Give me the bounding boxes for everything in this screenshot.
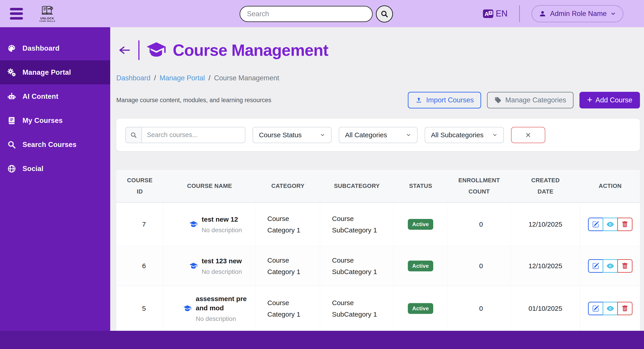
page-subheader: Manage course content, modules, and lear… — [116, 91, 640, 109]
breadcrumb: Dashboard / Manage Portal / Course Manag… — [116, 74, 640, 82]
action-cell — [580, 202, 640, 246]
palette-icon — [7, 44, 16, 53]
subcategory-cell: Course SubCategory 1 — [320, 246, 394, 286]
profile-name: Admin Role Name — [550, 10, 607, 18]
sidebar-item-social[interactable]: Social — [0, 156, 110, 181]
chevron-down-icon — [610, 11, 616, 17]
column-header-subcategory: SUBCATEGORY — [320, 170, 394, 202]
language-switcher[interactable]: A EN — [483, 9, 508, 18]
column-header-course-id: COURSE ID — [116, 170, 163, 202]
course-name: test new 12 — [202, 215, 242, 224]
course-search — [125, 127, 246, 143]
sidebar-item-label: My Courses — [22, 116, 63, 125]
chevron-down-icon — [406, 132, 411, 138]
column-header-course-name: COURSE NAME — [163, 170, 256, 202]
sidebar-item-manage-portal[interactable]: Manage Portal — [0, 60, 110, 84]
created-date-cell: 01/10/2025 — [510, 286, 580, 331]
translate-icon: A — [483, 9, 494, 18]
category-cell: Course Category 1 — [256, 202, 320, 246]
column-header-status: STATUS — [394, 170, 448, 202]
robot-icon — [7, 92, 16, 101]
course-description: No description — [202, 226, 242, 234]
created-date-cell: 12/10/2025 — [510, 202, 580, 246]
category-cell: Course Category 1 — [256, 286, 320, 331]
graduation-cap-icon — [189, 221, 198, 228]
book-icon — [7, 116, 16, 125]
header-divider — [519, 6, 520, 22]
sidebar-item-label: Social — [22, 165, 44, 173]
sidebar-item-search-courses[interactable]: Search Courses — [0, 132, 110, 156]
subcategory-dropdown[interactable]: All Subcategories — [425, 127, 504, 143]
course-description: No description — [202, 268, 242, 276]
course-id-cell: 6 — [116, 246, 163, 286]
course-status-value: Course Status — [259, 131, 302, 139]
logo-book-key-icon — [41, 5, 54, 16]
course-description: No description — [196, 315, 248, 322]
user-icon — [539, 10, 546, 18]
sidebar-item-ai-content[interactable]: AI Content — [0, 84, 110, 108]
category-dropdown[interactable]: All Categories — [339, 127, 418, 143]
app-logo[interactable]: UNLOCK YOUR SKILLS — [34, 5, 61, 22]
breadcrumb-separator: / — [208, 74, 210, 82]
view-button[interactable] — [602, 259, 618, 273]
global-search-button[interactable] — [376, 6, 393, 22]
search-icon — [380, 10, 389, 18]
status-cell: Active — [394, 202, 448, 246]
chevron-down-icon — [492, 132, 498, 138]
created-date-cell: 12/10/2025 — [510, 246, 580, 286]
course-search-input[interactable] — [142, 127, 246, 143]
back-arrow-icon[interactable] — [118, 46, 130, 55]
course-name-cell: test new 12 No description — [163, 202, 256, 246]
graduation-cap-icon — [189, 262, 198, 270]
sidebar-item-my-courses[interactable]: My Courses — [0, 108, 110, 132]
column-header-category: CATEGORY — [256, 170, 320, 202]
column-header-action: ACTION — [580, 170, 640, 202]
page-title: Course Management — [173, 41, 328, 60]
search-icon — [125, 127, 142, 143]
top-header: UNLOCK YOUR SKILLS A EN — [0, 0, 644, 27]
add-course-button[interactable]: + Add Course — [580, 92, 640, 108]
action-cell — [580, 246, 640, 286]
column-header-enrollment-count: ENROLLMENT COUNT — [448, 170, 510, 202]
course-id-cell: 7 — [116, 202, 163, 246]
view-button[interactable] — [602, 218, 618, 231]
category-value: All Categories — [345, 131, 387, 139]
enrollment-count-cell: 0 — [448, 286, 510, 331]
course-status-dropdown[interactable]: Course Status — [252, 127, 332, 143]
page-description: Manage course content, modules, and lear… — [116, 97, 271, 104]
delete-button[interactable] — [617, 259, 632, 273]
delete-button[interactable] — [617, 302, 632, 315]
chevron-down-icon — [320, 132, 325, 138]
plus-icon: + — [587, 95, 592, 104]
breadcrumb-dashboard[interactable]: Dashboard — [116, 74, 150, 82]
course-name: test 123 new — [202, 256, 242, 266]
sidebar-item-dashboard[interactable]: Dashboard — [0, 36, 110, 60]
import-courses-button[interactable]: Import Courses — [408, 92, 481, 108]
view-button[interactable] — [602, 302, 618, 315]
global-search-input[interactable] — [240, 6, 373, 22]
graduation-cap-icon — [146, 42, 167, 59]
edit-button[interactable] — [588, 302, 603, 315]
close-icon — [525, 132, 531, 138]
hamburger-menu-icon[interactable] — [10, 8, 23, 20]
delete-button[interactable] — [617, 218, 632, 231]
profile-menu[interactable]: Admin Role Name — [532, 5, 623, 22]
svg-text:A: A — [484, 10, 489, 17]
main-content: Course Management Dashboard / Manage Por… — [110, 27, 644, 331]
clear-filters-button[interactable] — [511, 127, 545, 143]
edit-button[interactable] — [588, 259, 603, 273]
breadcrumb-separator: / — [154, 74, 156, 82]
tag-icon — [494, 96, 502, 104]
edit-button[interactable] — [588, 218, 603, 231]
status-badge: Active — [408, 260, 434, 271]
course-name-cell: test 123 new No description — [163, 246, 256, 286]
manage-categories-button[interactable]: Manage Categories — [487, 92, 574, 108]
status-cell: Active — [394, 286, 448, 331]
add-course-label: Add Course — [596, 96, 632, 104]
courses-table: COURSE ID COURSE NAME CATEGORY SUBCATEGO… — [116, 170, 640, 331]
sidebar-item-label: Search Courses — [22, 141, 76, 149]
subcategory-cell: Course SubCategory 1 — [320, 286, 394, 331]
course-name-cell: assessment pre and mod No description — [163, 286, 256, 331]
breadcrumb-manage-portal[interactable]: Manage Portal — [160, 74, 205, 82]
footer-bar — [0, 331, 644, 349]
